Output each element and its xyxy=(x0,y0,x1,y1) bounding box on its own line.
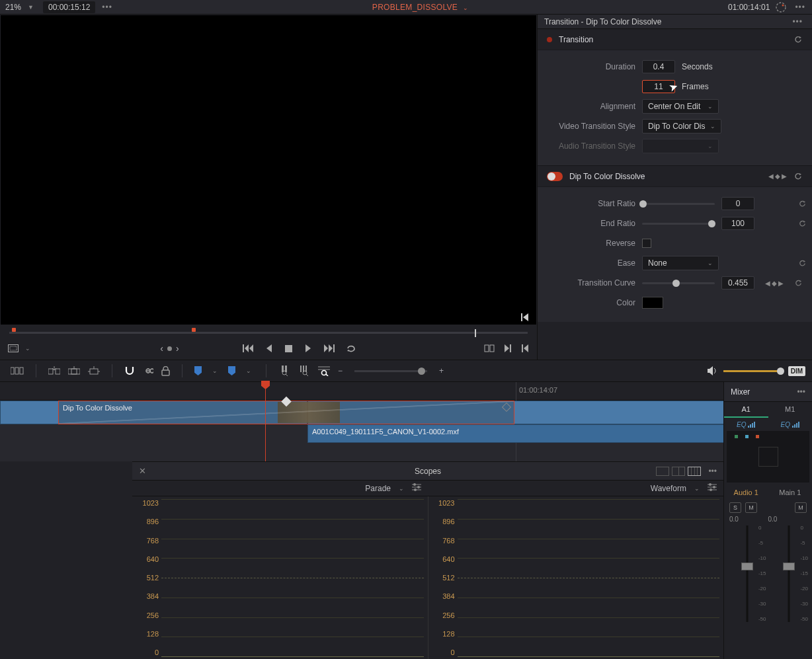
tcurve-prev-kf-icon[interactable]: ◀ xyxy=(765,280,770,287)
tcurve-field[interactable]: 0.455 xyxy=(721,276,754,290)
flag-chevron-icon[interactable]: ⌄ xyxy=(210,368,220,374)
video-style-select[interactable]: Dip To Color Dis⌄ xyxy=(642,119,721,134)
full-extent-zoom-icon[interactable] xyxy=(278,366,290,376)
reset-end-ratio-icon[interactable] xyxy=(798,219,807,228)
mixer-menu-icon[interactable]: ••• xyxy=(797,387,805,397)
mixer-tab-m1[interactable]: M1 xyxy=(768,402,813,418)
volume-slider[interactable] xyxy=(723,370,783,372)
tcurve-slider[interactable] xyxy=(642,282,715,284)
dim-button[interactable]: DIM xyxy=(788,366,805,376)
scopes-layout-2[interactable] xyxy=(672,467,685,476)
timeline-zoom-slider[interactable] xyxy=(354,370,427,372)
flag-icon[interactable] xyxy=(194,366,202,375)
link-icon[interactable] xyxy=(143,366,153,375)
in-point-marker[interactable] xyxy=(12,328,16,332)
dip-section-header[interactable]: Dip To Color Dissolve ◀ ◆ ▶ xyxy=(538,166,812,187)
loop-icon[interactable] xyxy=(346,344,357,352)
snap-icon[interactable] xyxy=(124,366,135,376)
title-chevron-icon[interactable]: ⌄ xyxy=(460,5,471,11)
waveform-scope[interactable]: 10238967686405123842561280 xyxy=(428,496,724,659)
scopes-layout-1[interactable] xyxy=(656,467,669,476)
scope-mode-waveform[interactable]: Waveform xyxy=(651,484,686,493)
overwrite-clip-icon[interactable] xyxy=(68,366,80,375)
start-ratio-slider[interactable] xyxy=(642,203,715,205)
reset-ease-icon[interactable] xyxy=(798,259,807,268)
tcurve-next-kf-icon[interactable]: ▶ xyxy=(778,280,784,287)
scopes-layout-4[interactable] xyxy=(688,467,701,476)
source-timecode[interactable]: 00:00:15:12 xyxy=(43,1,95,13)
eq-cell-a1[interactable]: EQ xyxy=(724,418,768,431)
replace-clip-icon[interactable] xyxy=(88,366,100,375)
zoom-in-icon[interactable]: + xyxy=(439,366,444,375)
custom-zoom-icon[interactable] xyxy=(318,366,330,376)
timeline-playhead[interactable] xyxy=(265,382,266,461)
parade-chevron-icon[interactable]: ⌄ xyxy=(396,485,407,492)
record-timecode[interactable]: 01:00:14:01 xyxy=(728,3,770,12)
mute-button-a1[interactable]: M xyxy=(745,502,757,513)
tcurve-kf-icon[interactable]: ◆ xyxy=(772,280,777,287)
start-ratio-field[interactable]: 0 xyxy=(721,197,754,210)
reset-section2-icon[interactable] xyxy=(793,172,803,181)
parade-settings-icon[interactable] xyxy=(412,483,421,493)
next-edit-icon[interactable]: › xyxy=(176,343,179,354)
lock-icon[interactable] xyxy=(161,366,170,376)
scopes-menu-icon[interactable]: ••• xyxy=(708,467,717,476)
alignment-select[interactable]: Center On Edit⌄ xyxy=(642,99,719,114)
marker-add-icon[interactable] xyxy=(228,366,235,375)
duration-seconds-field[interactable]: 0.4 xyxy=(642,60,675,73)
scrub-playhead[interactable] xyxy=(475,329,476,337)
fader-a1[interactable]: 0-5-10-15-20-30-50 xyxy=(727,525,768,622)
video-track-1[interactable]: Dip To Color Dissolve xyxy=(0,401,812,424)
prev-keyframe-icon[interactable]: ◀ xyxy=(768,173,774,180)
section-enable-dot[interactable] xyxy=(547,37,552,42)
mixer-pan-scope[interactable] xyxy=(727,431,809,483)
duration-frames-field[interactable]: 11 xyxy=(642,80,675,93)
scopes-close-icon[interactable]: ✕ xyxy=(139,466,146,476)
mixer-tab-a1[interactable]: A1 xyxy=(724,402,768,418)
audio-track-1[interactable]: A001C049_190111F5_CANON_V1-0002.mxf xyxy=(0,424,812,443)
main-channel-1[interactable]: Main 1 xyxy=(768,485,813,500)
scope-mode-parade[interactable]: Parade xyxy=(365,484,391,493)
end-ratio-field[interactable]: 100 xyxy=(721,217,754,230)
zoom-out-icon[interactable]: − xyxy=(338,366,343,375)
insert-clip-icon[interactable] xyxy=(48,366,60,375)
waveform-settings-icon[interactable] xyxy=(708,483,717,493)
fader-m1[interactable]: 0-5-10-15-20-30-50 xyxy=(769,525,810,622)
prev-clip-icon[interactable] xyxy=(521,344,529,352)
ease-select[interactable]: None⌄ xyxy=(642,256,719,270)
inspector-menu-icon[interactable]: ••• xyxy=(790,17,805,26)
zoom-chevron-icon[interactable]: ▼ xyxy=(25,4,36,11)
play-reverse-icon[interactable] xyxy=(265,344,273,352)
timeline-ruler[interactable]: 01:00:14:07 xyxy=(0,382,812,401)
viewer-canvas[interactable] xyxy=(1,15,536,325)
next-clip-icon[interactable] xyxy=(504,344,512,352)
color-swatch[interactable] xyxy=(642,297,663,309)
solo-button-a1[interactable]: S xyxy=(729,502,741,513)
reset-start-ratio-icon[interactable] xyxy=(798,200,807,208)
timeline[interactable]: 01:00:14:07 Dip To Color Dissolve A001C0… xyxy=(0,382,812,461)
bypass-fx-icon[interactable] xyxy=(775,1,787,13)
transition-section-header[interactable]: Transition xyxy=(538,29,812,50)
detail-zoom-icon[interactable] xyxy=(298,366,310,376)
prev-edit-icon[interactable]: ‹ xyxy=(160,343,163,354)
stop-icon[interactable] xyxy=(285,345,292,352)
reset-tcurve-icon[interactable] xyxy=(794,279,803,288)
reverse-checkbox[interactable] xyxy=(642,239,651,248)
section-toggle[interactable] xyxy=(547,172,563,181)
audio-channel-1[interactable]: Audio 1 xyxy=(724,485,768,500)
safe-area-icon[interactable] xyxy=(8,344,19,352)
waveform-chevron-icon[interactable]: ⌄ xyxy=(692,485,702,492)
viewer-scrubber[interactable] xyxy=(0,325,537,337)
parade-scope[interactable]: 10238967686405123842561280 xyxy=(132,496,428,659)
reset-section-icon[interactable] xyxy=(793,35,803,44)
play-icon[interactable] xyxy=(304,344,312,352)
go-start-icon[interactable] xyxy=(243,344,253,352)
safe-area-chevron-icon[interactable]: ⌄ xyxy=(22,345,33,352)
marker-chevron-icon[interactable]: ⌄ xyxy=(243,368,254,374)
transition-clip[interactable]: Dip To Color Dissolve xyxy=(58,401,514,424)
keyframe-diamond-icon[interactable]: ◆ xyxy=(775,173,780,180)
mute-button-m1[interactable]: M xyxy=(795,502,807,513)
end-ratio-slider[interactable] xyxy=(642,223,715,225)
viewer-zoom[interactable]: 21% xyxy=(5,3,21,12)
timeline-title[interactable]: PROBLEM_DISSOLVE ⌄ xyxy=(115,3,728,12)
